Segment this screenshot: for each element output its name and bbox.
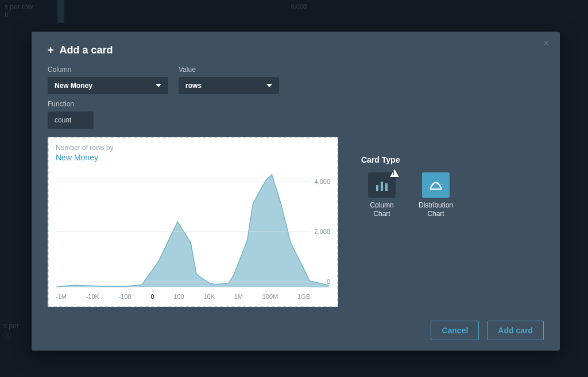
chevron-down-icon — [266, 84, 272, 87]
distribution-chart-icon — [428, 179, 443, 191]
x-tick-label: 1M — [234, 293, 243, 300]
function-select-value: count — [55, 116, 71, 124]
card-type-section: Card Type Column Chart — [361, 137, 457, 307]
function-select[interactable]: count — [48, 111, 94, 129]
value-select-value: rows — [185, 82, 202, 90]
column-select-value: New Money — [55, 82, 92, 90]
x-tick-label: -100 — [119, 293, 131, 300]
close-icon[interactable]: × — [544, 39, 552, 47]
modal-title-text: Add a card — [60, 44, 113, 56]
function-field-label: Function — [48, 100, 544, 108]
chevron-down-icon — [156, 84, 161, 87]
card-type-distribution-label: Distribution Chart — [415, 201, 457, 218]
plus-icon: + — [48, 44, 54, 56]
x-tick-label: -10K — [86, 293, 99, 300]
column-chart-icon — [375, 179, 389, 191]
card-type-title: Card Type — [361, 155, 457, 164]
x-tick-label: -1M — [56, 293, 67, 300]
gridline — [56, 282, 310, 282]
x-tick-label: 0 — [150, 293, 154, 300]
distribution-chart: 02,0004,000 -1M-10K-100010010K1M100M1GB — [56, 167, 330, 287]
add-card-modal: × + Add a card Column New Money Value ro… — [32, 32, 560, 351]
x-tick-label: 1GB — [297, 293, 310, 300]
card-type-distribution-chart[interactable]: Distribution Chart — [415, 172, 457, 218]
gridline — [56, 182, 310, 182]
modal-title: + Add a card — [48, 44, 544, 56]
chart-preview: Number of rows by New Money 02,0004,000 … — [48, 137, 338, 307]
svg-rect-0 — [376, 185, 378, 191]
x-tick-label: 100M — [262, 293, 278, 300]
x-tick-label: 10K — [203, 293, 215, 300]
column-field-label: Column — [48, 66, 168, 74]
svg-rect-1 — [381, 182, 383, 191]
y-tick-label: 0 — [327, 278, 330, 285]
svg-rect-2 — [385, 183, 388, 191]
warning-icon — [390, 169, 399, 177]
column-select[interactable]: New Money — [48, 77, 168, 94]
card-type-column-chart[interactable]: Column Chart — [361, 172, 403, 218]
x-tick-label: 100 — [173, 293, 184, 300]
preview-caption: Number of rows by — [56, 144, 330, 152]
card-type-column-label: Column Chart — [361, 201, 403, 218]
y-tick-label: 2,000 — [314, 228, 330, 235]
value-field-label: Value — [179, 66, 279, 74]
cancel-button[interactable]: Cancel — [431, 321, 479, 340]
add-card-button[interactable]: Add card — [487, 321, 544, 340]
value-select[interactable]: rows — [179, 77, 279, 94]
preview-series-name: New Money — [56, 153, 330, 162]
y-tick-label: 4,000 — [314, 178, 330, 185]
gridline — [56, 232, 310, 232]
